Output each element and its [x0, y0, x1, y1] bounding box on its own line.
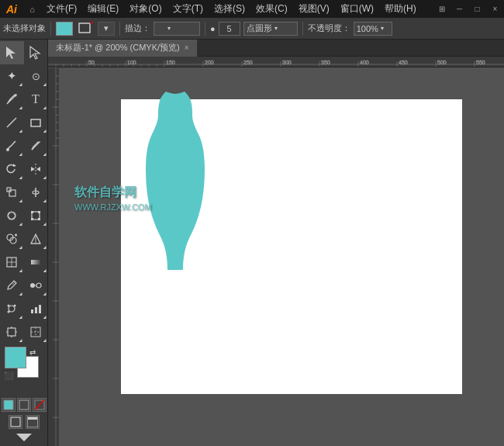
svg-line-5 — [7, 118, 16, 127]
full-screen-mode[interactable] — [26, 415, 40, 429]
stroke-icon[interactable] — [76, 21, 95, 36]
none-mode-icon[interactable] — [33, 398, 47, 412]
foreground-color-swatch[interactable] — [5, 347, 26, 368]
menu-file[interactable]: 文件(F) — [41, 0, 82, 18]
maximize-btn[interactable]: □ — [468, 0, 486, 18]
tool-row-13 — [0, 320, 48, 344]
width-tool[interactable] — [24, 181, 48, 204]
rotate-tool[interactable] — [0, 157, 24, 181]
tool-corner-indicator — [19, 83, 22, 86]
tool-corner-indicator — [43, 199, 47, 202]
canvas-area[interactable]: 未标题-1* @ 200% (CMYK/预览) × 50 100 150 200… — [48, 40, 504, 446]
svg-rect-57 — [11, 417, 20, 427]
opacity-dropdown[interactable]: 100%▾ — [354, 22, 392, 36]
tab-close-btn[interactable]: × — [185, 43, 189, 52]
menu-select[interactable]: 选择(S) — [209, 0, 250, 18]
svg-rect-0 — [79, 23, 90, 33]
tool-corner-indicator — [43, 176, 47, 179]
menu-edit[interactable]: 编辑(E) — [82, 0, 124, 18]
tool-corner-indicator — [19, 176, 22, 179]
blend-tool[interactable] — [24, 274, 48, 297]
scale-tool[interactable] — [0, 181, 24, 204]
graph-tool[interactable] — [24, 297, 48, 320]
menu-help[interactable]: 帮助(H) — [379, 0, 422, 18]
tool-row-2: ✦ ⊙ — [0, 64, 48, 88]
svg-rect-20 — [38, 211, 40, 213]
stroke-dropdown-arrow[interactable]: ▾ — [98, 22, 115, 36]
horizontal-ruler: 50 100 150 200 250 300 350 400 450 500 5… — [48, 57, 504, 67]
svg-rect-21 — [31, 218, 33, 220]
window-controls: ⊞ ─ □ × — [433, 0, 504, 18]
tool-corner-indicator — [43, 339, 47, 342]
pencil-tool[interactable] — [24, 134, 48, 157]
svg-point-39 — [8, 305, 10, 307]
svg-text:500: 500 — [437, 60, 447, 65]
tool-row-12 — [0, 297, 48, 320]
svg-line-34 — [12, 282, 15, 285]
svg-point-40 — [14, 305, 16, 307]
menu-object[interactable]: 对象(O) — [124, 0, 167, 18]
stroke-dropdown[interactable]: ▾ — [154, 22, 200, 36]
menu-text[interactable]: 文字(T) — [167, 0, 209, 18]
tool-corner-indicator — [43, 106, 47, 109]
tool-row-11 — [0, 274, 48, 297]
svg-text:350: 350 — [321, 60, 330, 65]
stroke-mode-icon[interactable] — [17, 398, 31, 412]
warp-tool[interactable] — [0, 204, 24, 227]
fill-mode-icon[interactable] — [2, 398, 16, 412]
menu-effect[interactable]: 效果(C) — [250, 0, 293, 18]
svg-text:250: 250 — [243, 60, 253, 65]
menu-bar: 文件(F) 编辑(E) 对象(O) 文字(T) 选择(S) 效果(C) 视图(V… — [41, 0, 433, 18]
title-bar: Ai ⌂ 文件(F) 编辑(E) 对象(O) 文字(T) 选择(S) 效果(C)… — [0, 0, 504, 18]
close-btn[interactable]: × — [486, 0, 504, 18]
options-bar: 未选择对象 ▾ 描边： ▾ ● 点圆形▾ 不透明度： 100%▾ — [0, 18, 504, 40]
menu-view[interactable]: 视图(V) — [293, 0, 335, 18]
lasso-tool[interactable]: ⊙ — [24, 64, 48, 88]
toolbar: ✦ ⊙ T — [0, 40, 48, 446]
free-transform-tool[interactable] — [24, 204, 48, 227]
fill-swatch[interactable] — [56, 22, 73, 36]
document-tab[interactable]: 未标题-1* @ 200% (CMYK/预览) × — [48, 40, 198, 57]
rectangle-tool[interactable] — [24, 111, 48, 134]
reset-colors-icon[interactable]: ⬛ — [4, 372, 13, 380]
symbol-sprayer-tool[interactable] — [0, 297, 24, 320]
perspective-grid-tool[interactable] — [24, 227, 48, 251]
svg-rect-53 — [4, 400, 13, 410]
direct-selection-tool[interactable] — [24, 41, 48, 64]
shape-builder-tool[interactable] — [0, 227, 24, 251]
type-tool[interactable]: T — [24, 88, 48, 111]
reflect-tool[interactable] — [24, 157, 48, 181]
menu-window[interactable]: 窗口(W) — [335, 0, 379, 18]
tool-options-arrow[interactable] — [2, 432, 47, 443]
line-segment-tool[interactable] — [0, 111, 24, 134]
artboard-tool[interactable] — [0, 320, 24, 344]
mode-icons — [2, 398, 47, 412]
eyedropper-tool[interactable] — [0, 274, 24, 297]
tool-corner-indicator — [43, 316, 47, 319]
tool-corner-indicator — [43, 153, 47, 156]
color-section: ⬛ ⇄ — [2, 347, 47, 393]
opacity-label: 不透明度： — [308, 22, 350, 34]
magic-wand-tool[interactable]: ✦ — [0, 64, 24, 88]
normal-screen-mode[interactable] — [9, 415, 22, 429]
tool-row-8 — [0, 204, 48, 227]
slice-tool[interactable] — [24, 320, 48, 344]
screen-mode-buttons — [2, 415, 47, 429]
minimize-btn[interactable]: ─ — [450, 0, 468, 18]
home-icon[interactable]: ⌂ — [23, 0, 41, 18]
pen-tool[interactable] — [0, 88, 24, 111]
grid-layout-btn[interactable]: ⊞ — [433, 0, 450, 18]
selection-tool[interactable] — [0, 41, 24, 64]
svg-marker-2 — [6, 47, 16, 59]
svg-text:550: 550 — [476, 60, 485, 65]
canvas-content[interactable]: 软件自学网 WWW.RJZXW.COM — [59, 68, 504, 446]
paintbrush-tool[interactable] — [0, 134, 24, 157]
svg-rect-45 — [8, 328, 16, 336]
shape-dropdown[interactable]: 点圆形▾ — [243, 22, 298, 36]
svg-marker-9 — [13, 164, 16, 167]
gradient-tool[interactable] — [24, 251, 48, 274]
tool-corner-indicator — [43, 269, 47, 272]
mesh-tool[interactable] — [0, 251, 24, 274]
point-input[interactable] — [219, 22, 240, 36]
swap-colors-icon[interactable]: ⇄ — [29, 348, 36, 357]
